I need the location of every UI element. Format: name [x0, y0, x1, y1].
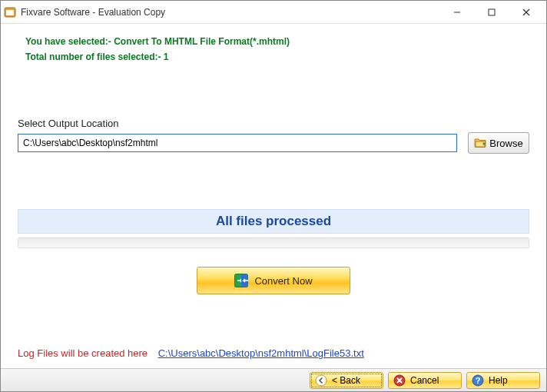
- maximize-button[interactable]: [474, 1, 509, 23]
- log-label: Log Files will be created here: [18, 347, 148, 359]
- convert-icon: [234, 274, 248, 287]
- cancel-button[interactable]: Cancel: [388, 372, 462, 389]
- convert-now-button[interactable]: Convert Now: [197, 267, 350, 294]
- progress-bar: [18, 238, 529, 248]
- svg-point-8: [316, 375, 327, 386]
- log-row: Log Files will be created here C:\Users\…: [18, 347, 364, 359]
- output-row: Browse: [18, 132, 529, 154]
- help-button[interactable]: ? Help: [466, 372, 540, 389]
- status-banner: All files processed: [18, 209, 529, 234]
- svg-rect-1: [6, 10, 14, 15]
- file-count-text: Total number of files selected:- 1: [25, 51, 522, 62]
- back-arrow-icon: [315, 374, 327, 387]
- cancel-icon: [393, 374, 406, 387]
- close-button[interactable]: [509, 1, 543, 23]
- minimize-button[interactable]: [439, 1, 474, 23]
- folder-icon: [474, 137, 486, 150]
- back-label: < Back: [332, 375, 360, 386]
- status-text: All files processed: [216, 214, 331, 229]
- svg-rect-3: [489, 9, 495, 15]
- app-icon: [4, 6, 16, 18]
- convert-row: Convert Now: [18, 267, 529, 294]
- output-location-label: Select Output Location: [18, 118, 529, 129]
- titlebar: Fixvare Software - Evaluation Copy: [1, 1, 546, 24]
- browse-button[interactable]: Browse: [468, 132, 529, 154]
- content-area: You have selected:- Convert To MHTML Fil…: [1, 24, 546, 294]
- help-label: Help: [489, 375, 508, 386]
- svg-text:?: ?: [476, 376, 481, 385]
- back-button[interactable]: < Back: [310, 372, 383, 389]
- window-title: Fixvare Software - Evaluation Copy: [21, 7, 165, 18]
- output-path-input[interactable]: [18, 134, 457, 152]
- footer-bar: < Back Cancel ? Help: [1, 368, 546, 391]
- convert-label: Convert Now: [254, 275, 312, 287]
- cancel-label: Cancel: [410, 375, 439, 386]
- log-file-link[interactable]: C:\Users\abc\Desktop\nsf2mhtml\LogFile53…: [158, 347, 364, 359]
- selected-format-text: You have selected:- Convert To MHTML Fil…: [25, 36, 522, 47]
- browse-label: Browse: [489, 138, 522, 149]
- help-icon: ?: [472, 374, 484, 387]
